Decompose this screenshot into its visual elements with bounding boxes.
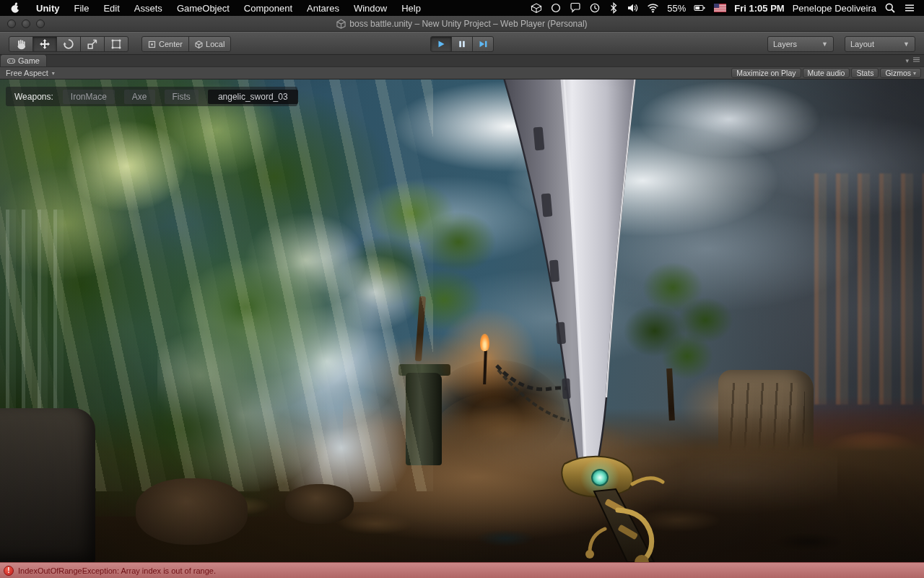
status-bar[interactable]: ! IndexOutOfRangeException: Array index …	[0, 562, 924, 578]
apple-icon	[10, 2, 20, 14]
unity-cube-icon	[336, 19, 346, 29]
pivot-local-button[interactable]: Local	[188, 36, 231, 52]
menu-gameobject[interactable]: GameObject	[170, 0, 237, 16]
playback-controls	[430, 36, 494, 52]
weapons-hud-label: Weapons:	[14, 92, 53, 102]
rect-tool-icon	[110, 38, 122, 50]
menu-unity[interactable]: Unity	[29, 0, 67, 16]
wifi-icon[interactable]	[645, 0, 661, 16]
local-pivot-icon	[195, 40, 203, 48]
weapon-button-fists[interactable]: Fists	[165, 90, 199, 104]
step-icon	[479, 40, 488, 48]
pivot-toggle-group: Center Local	[141, 36, 231, 52]
close-window-button[interactable]	[7, 20, 16, 28]
menu-file[interactable]: File	[67, 0, 97, 16]
window-title-text: boss battle.unity – New Unity Project – …	[349, 19, 587, 29]
play-icon	[437, 40, 445, 48]
menu-clock[interactable]: Fri 1:05 PM	[733, 3, 785, 14]
hand-tool-button[interactable]	[9, 36, 33, 52]
menu-component[interactable]: Component	[237, 0, 300, 16]
scale-tool-button[interactable]	[80, 36, 105, 52]
mute-audio-label: Mute audio	[808, 69, 845, 77]
unity-toolbar: Center Local Layers▼ Layout▼	[0, 32, 924, 55]
macos-menu-bar: Unity File Edit Assets GameObject Compon…	[0, 0, 924, 16]
maximize-on-play-toggle[interactable]: Maximize on Play	[731, 68, 801, 78]
scale-tool-icon	[87, 38, 98, 50]
window-title-bar[interactable]: boss battle.unity – New Unity Project – …	[0, 16, 924, 32]
chevron-down-icon: ▼	[821, 40, 828, 48]
gizmos-dropdown[interactable]: Gizmos▾	[880, 68, 921, 78]
weapon-button-ironmace[interactable]: IronMace	[63, 90, 115, 104]
maximize-on-play-label: Maximize on Play	[736, 69, 796, 77]
game-view-control-bar: Free Aspect ▾ Maximize on Play Mute audi…	[0, 67, 924, 79]
mute-audio-toggle[interactable]: Mute audio	[803, 68, 850, 78]
pause-button[interactable]	[451, 36, 473, 52]
rotate-tool-icon	[63, 38, 74, 50]
aspect-ratio-label: Free Aspect	[6, 69, 48, 77]
move-tool-button[interactable]	[32, 36, 57, 52]
spotlight-search-icon[interactable]	[883, 0, 897, 16]
menu-help[interactable]: Help	[394, 0, 428, 16]
game-tab-label: Game	[18, 56, 40, 65]
us-flag-icon[interactable]	[712, 0, 728, 16]
gizmos-label: Gizmos	[885, 69, 911, 77]
layers-dropdown[interactable]: Layers▼	[767, 36, 834, 52]
battery-percent: 55%	[666, 3, 687, 14]
pause-icon	[458, 40, 466, 48]
move-tool-icon	[39, 38, 51, 50]
menu-status-icons: 55% Fri 1:05 PM Penelope Deoliveira	[529, 0, 924, 16]
status-error-message: IndexOutOfRangeException: Array index is…	[18, 566, 216, 575]
notification-center-icon[interactable]	[902, 0, 917, 16]
local-button-label: Local	[206, 40, 225, 48]
aspect-ratio-dropdown[interactable]: Free Aspect ▾	[0, 67, 61, 79]
tool-buttons	[9, 36, 128, 52]
traffic-lights	[7, 20, 45, 28]
menu-user-name[interactable]: Penelope Deoliveira	[791, 3, 878, 14]
stats-label: Stats	[856, 69, 873, 77]
game-tab-icon	[7, 58, 15, 64]
zoom-window-button[interactable]	[36, 20, 45, 28]
tab-game[interactable]: Game	[0, 54, 47, 66]
menu-edit[interactable]: Edit	[96, 0, 126, 16]
stats-toggle[interactable]: Stats	[851, 68, 879, 78]
menu-window[interactable]: Window	[346, 0, 394, 16]
volume-icon[interactable]	[625, 0, 640, 16]
window-title: boss battle.unity – New Unity Project – …	[336, 19, 587, 29]
menu-items: Unity File Edit Assets GameObject Compon…	[0, 0, 428, 16]
game-panel-tab-strip: Game ▾	[0, 55, 924, 67]
weapon-button-axe[interactable]: Axe	[124, 90, 155, 104]
play-button[interactable]	[430, 36, 452, 52]
layout-dropdown[interactable]: Layout▼	[845, 36, 915, 52]
battery-icon[interactable]	[692, 0, 707, 16]
pivot-center-button[interactable]: Center	[141, 36, 189, 52]
rect-tool-button[interactable]	[104, 36, 128, 52]
menu-antares[interactable]: Antares	[300, 0, 346, 16]
menu-assets[interactable]: Assets	[127, 0, 170, 16]
messages-icon[interactable]	[568, 0, 583, 16]
center-button-label: Center	[159, 40, 183, 48]
game-viewport[interactable]: Weapons: IronMace Axe Fists angelic_swor…	[0, 79, 924, 562]
weapon-button-angelic-sword[interactable]: angelic_sword_03	[208, 90, 298, 104]
apple-menu[interactable]	[0, 0, 29, 16]
rotate-tool-button[interactable]	[56, 36, 81, 52]
bluetooth-icon[interactable]	[607, 0, 620, 16]
error-badge-icon: !	[4, 566, 14, 576]
panel-menu-icon[interactable]	[913, 57, 920, 64]
dropbox-icon[interactable]	[529, 0, 544, 16]
hand-tool-icon	[15, 39, 27, 50]
layers-dropdown-label: Layers	[773, 40, 797, 48]
chevron-down-icon: ▾	[913, 70, 916, 77]
layout-dropdown-label: Layout	[850, 40, 874, 48]
step-button[interactable]	[472, 36, 494, 52]
chevron-down-icon: ▼	[903, 40, 910, 48]
status-circle-icon[interactable]	[549, 0, 563, 16]
time-machine-icon[interactable]	[588, 0, 602, 16]
minimize-window-button[interactable]	[22, 20, 30, 28]
game-view-toggles: Maximize on Play Mute audio Stats Gizmos…	[731, 68, 924, 78]
scene-vignette	[0, 79, 924, 562]
center-pivot-icon	[148, 40, 156, 48]
panel-dropdown-icon[interactable]: ▾	[905, 57, 909, 64]
weapons-hud: Weapons: IronMace Axe Fists angelic_swor…	[6, 87, 297, 106]
panel-options: ▾	[905, 57, 924, 66]
screen: Unity File Edit Assets GameObject Compon…	[0, 0, 924, 578]
